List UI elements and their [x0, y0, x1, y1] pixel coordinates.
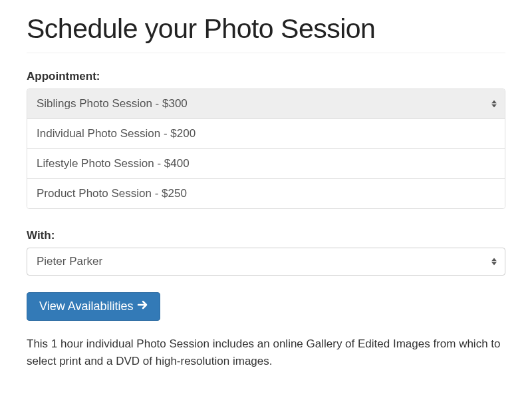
- appointment-option[interactable]: Product Photo Session - $250: [27, 179, 505, 208]
- appointment-option-text: Lifestyle Photo Session - $400: [37, 157, 190, 170]
- svg-marker-1: [491, 104, 497, 108]
- button-label: View Availabilities: [39, 300, 133, 313]
- with-select[interactable]: Pieter Parker: [27, 248, 505, 276]
- page-title: Schedule your Photo Session: [27, 13, 505, 45]
- session-description: This 1 hour individual Photo Session inc…: [27, 335, 505, 369]
- view-availabilities-button[interactable]: View Availabilities: [27, 292, 160, 321]
- divider: [27, 53, 505, 53]
- sort-arrows-icon: [491, 101, 497, 108]
- appointment-option-text: Siblings Photo Session - $300: [37, 97, 188, 110]
- appointment-option[interactable]: Lifestyle Photo Session - $400: [27, 149, 505, 179]
- arrow-right-icon: [137, 300, 148, 313]
- sort-arrows-icon: [491, 258, 497, 266]
- svg-marker-3: [491, 262, 497, 266]
- svg-marker-0: [491, 101, 497, 104]
- appointment-option-text: Individual Photo Session - $200: [37, 127, 196, 140]
- appointment-label: Appointment:: [27, 70, 505, 83]
- appointment-option-selected[interactable]: Siblings Photo Session - $300: [27, 89, 505, 119]
- with-label: With:: [27, 229, 505, 242]
- appointment-dropdown[interactable]: Siblings Photo Session - $300 Individual…: [27, 89, 505, 209]
- svg-marker-2: [491, 258, 497, 262]
- appointment-option-text: Product Photo Session - $250: [37, 187, 187, 200]
- with-select-value: Pieter Parker: [27, 248, 505, 275]
- appointment-option[interactable]: Individual Photo Session - $200: [27, 119, 505, 149]
